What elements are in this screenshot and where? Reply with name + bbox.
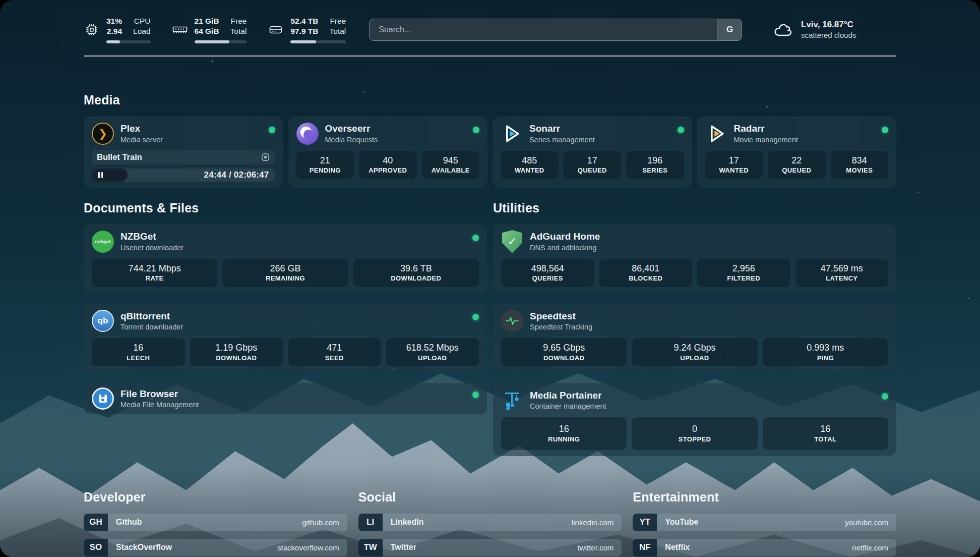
documents-files-section: Documents & Files nzbget NZBGet Usenet d… — [84, 201, 487, 467]
adguard-title: AdGuard Home — [530, 231, 888, 243]
memory-total-label: Total — [230, 26, 247, 36]
plex-now-playing-title: Bullet Train — [97, 152, 261, 162]
speedtest-logo-icon — [501, 310, 523, 332]
speedtest-stat-upload: 9.24 Gbps UPLOAD — [632, 338, 757, 366]
radarr-status-dot — [882, 127, 888, 133]
disk-progress-bar — [290, 40, 346, 43]
qbittorrent-card[interactable]: qb qBittorrent Torrent downloader 16 LEE… — [84, 304, 487, 372]
link-twitter[interactable]: TW Twitter twitter.com — [358, 539, 622, 556]
sonarr-subtitle: Series management — [529, 135, 671, 145]
developer-section: Developer GH Github github.com SO StackO… — [84, 490, 347, 557]
nzbget-title: NZBGet — [120, 231, 466, 243]
social-section-title: Social — [358, 490, 622, 505]
adguard-stat-blocked: 86,401 BLOCKED — [599, 259, 693, 287]
top-bar: 31% 2.94 CPU Load — [84, 0, 896, 43]
sonarr-card[interactable]: Sonarr Series management 485 WANTED — [493, 117, 692, 188]
weather-condition: scattered clouds — [801, 30, 856, 40]
nzbget-status-dot — [472, 235, 479, 241]
speedtest-stat-ping: 0.993 ms PING — [763, 338, 888, 366]
nzbget-card[interactable]: nzbget NZBGet Usenet downloader 744.21 M… — [84, 225, 487, 293]
cloud-icon — [771, 21, 793, 38]
qbittorrent-stat-leech: 16 LEECH — [92, 338, 185, 366]
sonarr-stat-wanted: 485 WANTED — [501, 151, 559, 179]
portainer-card[interactable]: Media Portainer Container management 16 … — [493, 383, 896, 456]
link-github[interactable]: GH Github github.com — [84, 514, 347, 531]
stackoverflow-abbr-badge: SO — [84, 539, 108, 556]
disk-free-value: 52.4 TB — [290, 16, 318, 26]
cpu-progress-bar — [106, 40, 151, 43]
plex-now-playing-row: Bullet Train — [92, 150, 275, 164]
sonarr-stat-queued: 17 QUEUED — [564, 151, 622, 179]
plex-status-dot — [269, 127, 275, 133]
radarr-subtitle: Movie management — [734, 135, 876, 145]
cpu-load-label: Load — [133, 26, 150, 36]
plex-card[interactable]: ❯ Plex Media server Bullet Train — [84, 117, 283, 188]
utilities-section-title: Utilities — [493, 201, 896, 215]
entertainment-section-title: Entertainment — [633, 490, 896, 505]
memory-progress-bar — [195, 40, 247, 43]
youtube-abbr-badge: YT — [633, 514, 657, 531]
disk-stat: 52.4 TB 97.9 TB Free Total — [268, 16, 346, 43]
overseerr-card[interactable]: Overseerr Media Requests 21 PENDING — [288, 117, 488, 188]
nzbget-stat-rate: 744.21 Mbps RATE — [92, 259, 217, 287]
memory-total-value: 64 GiB — [195, 26, 219, 36]
radarr-card[interactable]: Radarr Movie management 17 WANTED 2 — [697, 117, 897, 188]
cpu-usage-value: 31% — [106, 16, 122, 26]
sonarr-title: Sonarr — [529, 123, 671, 135]
pause-icon[interactable] — [98, 172, 103, 178]
disk-total-label: Total — [330, 26, 346, 36]
qbittorrent-stat-upload: 618.52 Mbps UPLOAD — [386, 338, 479, 366]
nzbget-stat-remaining: 266 GB REMAINING — [222, 259, 348, 287]
radarr-stat-wanted: 17 WANTED — [705, 151, 763, 179]
netflix-abbr-badge: NF — [633, 539, 657, 556]
nzbget-logo-icon: nzbget — [92, 231, 114, 253]
adguard-card[interactable]: ✓ AdGuard Home DNS and adblocking 498,56… — [493, 225, 896, 293]
adguard-stat-queries: 498,564 QUERIES — [501, 259, 594, 287]
search-input[interactable] — [369, 19, 742, 41]
twitter-abbr-badge: TW — [358, 539, 383, 556]
link-youtube[interactable]: YT YouTube youtube.com — [633, 514, 896, 531]
ram-icon — [172, 22, 188, 37]
qbittorrent-status-dot — [472, 314, 479, 320]
plex-progress-elapsed — [92, 169, 128, 182]
plex-progress-bar[interactable]: 24:44 / 02:06:47 — [92, 169, 275, 182]
cpu-load-value: 2.94 — [106, 26, 122, 36]
radarr-title: Radarr — [734, 123, 876, 135]
developer-section-title: Developer — [84, 490, 347, 505]
disk-total-value: 97.9 TB — [290, 26, 318, 36]
portainer-stat-stopped: 0 STOPPED — [632, 417, 757, 450]
overseerr-logo-icon — [296, 123, 319, 145]
adguard-logo-icon: ✓ — [501, 231, 523, 253]
memory-free-value: 21 GiB — [195, 16, 219, 26]
plex-subtitle: Media server — [120, 135, 262, 145]
disk-icon — [268, 22, 284, 37]
sonarr-stat-series: 196 SERIES — [626, 151, 684, 179]
filebrowser-status-dot — [472, 392, 479, 398]
nzbget-stat-downloaded: 39.6 TB DOWNLOADED — [353, 259, 479, 287]
overseerr-title: Overseerr — [325, 123, 467, 135]
search-bar: G — [369, 19, 742, 41]
portainer-stat-running: 16 RUNNING — [501, 417, 627, 450]
link-netflix[interactable]: NF Netflix netflix.com — [633, 539, 896, 556]
social-section: Social LI LinkedIn linkedin.com TW Twitt… — [358, 490, 622, 557]
qbittorrent-stat-seed: 471 SEED — [288, 338, 381, 366]
overseerr-stat-approved: 40 APPROVED — [359, 151, 417, 179]
qbittorrent-logo-icon: qb — [92, 310, 114, 332]
linkedin-abbr-badge: LI — [358, 514, 383, 531]
speedtest-card[interactable]: Speedtest Speedtest Tracking 9.65 Gbps D… — [493, 304, 896, 372]
nzbget-subtitle: Usenet downloader — [120, 243, 466, 253]
filebrowser-logo-icon — [92, 387, 114, 410]
media-type-icon — [261, 152, 270, 162]
adguard-stat-filtered: 2,956 FILTERED — [697, 259, 790, 287]
filebrowser-title: File Browser — [120, 388, 466, 400]
documents-section-title: Documents & Files — [84, 201, 487, 215]
filebrowser-subtitle: Media File Management — [120, 400, 466, 410]
link-stackoverflow[interactable]: SO StackOverflow stackoverflow.com — [84, 539, 347, 556]
cpu-icon — [84, 22, 100, 37]
link-linkedin[interactable]: LI LinkedIn linkedin.com — [358, 514, 622, 531]
portainer-status-dot — [882, 393, 888, 400]
media-section: Media ❯ Plex Media server — [84, 93, 896, 188]
search-engine-button[interactable]: G — [717, 19, 742, 40]
overseerr-subtitle: Media Requests — [325, 135, 467, 145]
filebrowser-card[interactable]: File Browser Media File Management — [84, 383, 487, 414]
